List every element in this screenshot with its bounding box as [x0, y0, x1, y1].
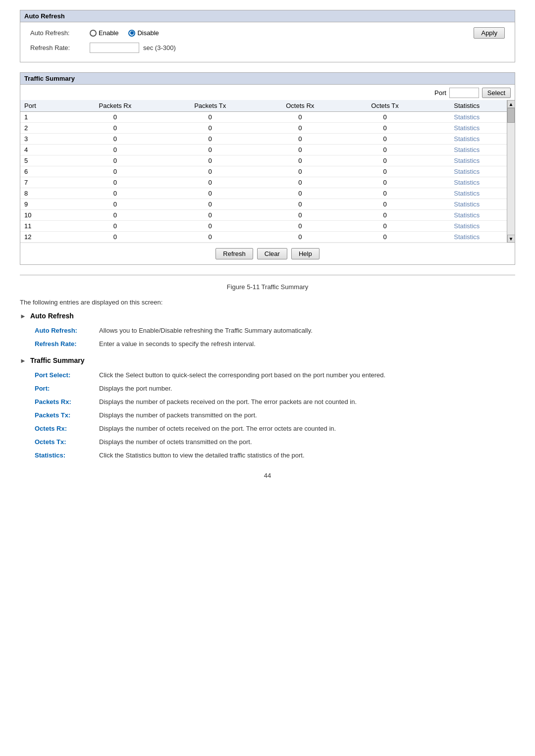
col-packets-tx: Packets Tx	[163, 100, 257, 112]
table-header-row: Port Packets Rx Packets Tx Octets Rx Oct…	[20, 100, 507, 112]
apply-button[interactable]: Apply	[474, 27, 505, 39]
statistics-link[interactable]: Statistics	[454, 168, 480, 175]
statistics-link[interactable]: Statistics	[454, 135, 480, 143]
cell-octets-tx: 0	[343, 134, 427, 145]
cell-octets-tx: 0	[343, 221, 427, 232]
traffic-summary-title: Traffic Summary	[20, 73, 515, 85]
cell-packets-tx: 0	[163, 166, 257, 177]
cell-statistics[interactable]: Statistics	[427, 112, 507, 123]
cell-octets-tx: 0	[343, 166, 427, 177]
cell-statistics[interactable]: Statistics	[427, 145, 507, 155]
auto-refresh-label: Auto Refresh:	[30, 29, 90, 37]
table-row: 9 0 0 0 0 Statistics	[20, 199, 507, 210]
scroll-up-arrow[interactable]: ▲	[507, 100, 515, 108]
term-1-5: Octets Tx:	[30, 435, 94, 449]
refresh-rate-row: Refresh Rate: sec (3-300)	[30, 43, 505, 53]
cell-statistics[interactable]: Statistics	[427, 188, 507, 199]
section-heading-1: Traffic Summary	[30, 356, 85, 364]
cell-octets-tx: 0	[343, 145, 427, 155]
cell-octets-rx: 0	[257, 210, 343, 221]
table-row: 4 0 0 0 0 Statistics	[20, 145, 507, 155]
cell-packets-rx: 0	[67, 155, 163, 166]
enable-radio-circle[interactable]	[90, 30, 97, 37]
col-packets-rx: Packets Rx	[67, 100, 163, 112]
cell-port: 9	[20, 199, 67, 210]
statistics-link[interactable]: Statistics	[454, 190, 480, 197]
cell-packets-rx: 0	[67, 232, 163, 243]
term-1-0: Port Select:	[30, 368, 94, 382]
help-button[interactable]: Help	[291, 248, 320, 259]
cell-octets-tx: 0	[343, 112, 427, 123]
desc-row-0-1: Refresh Rate: Enter a value in seconds t…	[30, 337, 525, 351]
table-row: 1 0 0 0 0 Statistics	[20, 112, 507, 123]
cell-packets-rx: 0	[67, 188, 163, 199]
cell-statistics[interactable]: Statistics	[427, 221, 507, 232]
cell-statistics[interactable]: Statistics	[427, 123, 507, 134]
cell-packets-tx: 0	[163, 221, 257, 232]
statistics-link[interactable]: Statistics	[454, 124, 480, 132]
cell-port: 11	[20, 221, 67, 232]
cell-port: 4	[20, 145, 67, 155]
cell-packets-rx: 0	[67, 112, 163, 123]
term-1-4: Octets Rx:	[30, 422, 94, 435]
disable-radio-item[interactable]: Disable	[128, 29, 159, 37]
disable-radio-circle[interactable]	[128, 30, 135, 37]
cell-statistics[interactable]: Statistics	[427, 199, 507, 210]
divider	[20, 275, 515, 275]
term-0-0: Auto Refresh:	[30, 324, 94, 337]
cell-statistics[interactable]: Statistics	[427, 232, 507, 243]
traffic-summary-section: Traffic Summary Port Select Port Packets…	[20, 72, 515, 265]
statistics-link[interactable]: Statistics	[454, 146, 480, 153]
cell-statistics[interactable]: Statistics	[427, 210, 507, 221]
statistics-link[interactable]: Statistics	[454, 233, 480, 241]
scroll-thumb[interactable]	[507, 108, 515, 123]
cell-packets-tx: 0	[163, 155, 257, 166]
desc-row-1-1: Port: Displays the port number.	[30, 382, 525, 395]
scroll-track	[507, 108, 515, 235]
desc-table-0: Auto Refresh: Allows you to Enable/Disab…	[30, 324, 525, 351]
scrollbar[interactable]: ▲ ▼	[507, 100, 515, 243]
cell-statistics[interactable]: Statistics	[427, 155, 507, 166]
refresh-rate-input[interactable]	[90, 43, 139, 53]
refresh-button[interactable]: Refresh	[215, 248, 253, 259]
table-buttons: Refresh Clear Help	[20, 243, 515, 264]
port-select-input[interactable]	[449, 88, 479, 98]
table-row: 8 0 0 0 0 Statistics	[20, 188, 507, 199]
cell-statistics[interactable]: Statistics	[427, 134, 507, 145]
cell-packets-tx: 0	[163, 112, 257, 123]
statistics-link[interactable]: Statistics	[454, 201, 480, 208]
auto-refresh-title: Auto Refresh	[20, 10, 515, 22]
cell-octets-rx: 0	[257, 199, 343, 210]
cell-port: 10	[20, 210, 67, 221]
cell-packets-tx: 0	[163, 210, 257, 221]
definition-1-3: Displays the number of packets transmitt…	[94, 408, 525, 422]
auto-refresh-content: Auto Refresh: Enable Disable Apply Refre…	[20, 22, 515, 62]
definition-0-0: Allows you to Enable/Disable refreshing …	[94, 324, 525, 337]
cell-octets-rx: 0	[257, 232, 343, 243]
desc-table-1: Port Select: Click the Select button to …	[30, 368, 525, 462]
section-heading-row-0: ► Auto Refresh	[20, 312, 515, 320]
desc-row-1-6: Statistics: Click the Statistics button …	[30, 449, 525, 462]
cell-packets-tx: 0	[163, 188, 257, 199]
cell-octets-rx: 0	[257, 221, 343, 232]
col-port: Port	[20, 100, 67, 112]
cell-statistics[interactable]: Statistics	[427, 166, 507, 177]
cell-statistics[interactable]: Statistics	[427, 177, 507, 188]
table-row: 5 0 0 0 0 Statistics	[20, 155, 507, 166]
page-number: 44	[20, 472, 515, 479]
col-octets-tx: Octets Tx	[343, 100, 427, 112]
definition-1-6: Click the Statistics button to view the …	[94, 449, 525, 462]
statistics-link[interactable]: Statistics	[454, 179, 480, 186]
cell-port: 2	[20, 123, 67, 134]
disable-radio-label: Disable	[137, 29, 159, 37]
cell-packets-tx: 0	[163, 232, 257, 243]
scroll-down-arrow[interactable]: ▼	[507, 235, 515, 243]
clear-button[interactable]: Clear	[257, 248, 287, 259]
statistics-link[interactable]: Statistics	[454, 211, 480, 219]
select-button[interactable]: Select	[482, 88, 511, 98]
enable-radio-item[interactable]: Enable	[90, 29, 118, 37]
statistics-link[interactable]: Statistics	[454, 113, 480, 121]
statistics-link[interactable]: Statistics	[454, 222, 480, 230]
statistics-link[interactable]: Statistics	[454, 157, 480, 164]
cell-packets-rx: 0	[67, 199, 163, 210]
